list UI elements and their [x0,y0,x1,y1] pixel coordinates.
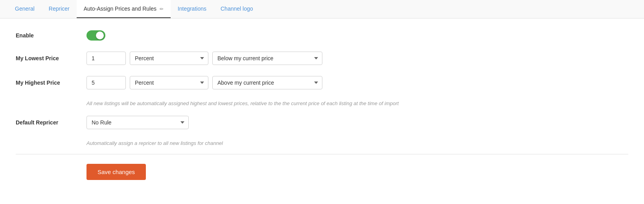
lowest-price-label: My Lowest Price [16,55,86,61]
enable-controls [86,30,105,41]
content-area: Enable My Lowest Price Percent Fixed [0,19,644,192]
enable-toggle[interactable] [86,30,105,41]
highest-price-hint: All new listings will be automatically a… [86,100,628,106]
lowest-price-row: My Lowest Price Percent Fixed Below my c… [16,52,628,65]
tab-integrations[interactable]: Integrations [171,0,213,18]
default-repricer-hint: Automatically assign a repricer to all n… [86,140,628,146]
tab-repricer[interactable]: Repricer [42,0,77,18]
highest-price-controls: Percent Fixed Above my current price Bel… [86,76,322,89]
tab-channel-logo[interactable]: Channel logo [213,0,260,18]
default-repricer-controls: No Rule [86,116,189,129]
lowest-price-section: My Lowest Price Percent Fixed Below my c… [16,52,628,65]
highest-price-input[interactable] [86,76,126,89]
lowest-price-type-select[interactable]: Percent Fixed [130,52,208,65]
default-repricer-section: Default Repricer No Rule Automatically a… [16,116,628,146]
tab-auto-assign[interactable]: Auto-Assign Prices and Rules ✏ [77,0,171,18]
page-container: General Repricer Auto-Assign Prices and … [0,0,644,204]
toggle-slider [86,30,105,41]
enable-row: Enable [16,30,628,41]
lowest-price-input[interactable] [86,52,126,65]
highest-price-section: My Highest Price Percent Fixed Above my … [16,76,628,106]
highest-price-label: My Highest Price [16,80,86,86]
lowest-price-controls: Percent Fixed Below my current price Abo… [86,52,322,65]
edit-icon: ✏ [160,6,164,12]
tab-general[interactable]: General [8,0,42,18]
tabs-bar: General Repricer Auto-Assign Prices and … [0,0,644,19]
lowest-price-relation-select[interactable]: Below my current price Above my current … [212,52,322,65]
default-repricer-select[interactable]: No Rule [86,116,189,129]
enable-label: Enable [16,32,86,39]
divider [16,154,628,154]
highest-price-relation-select[interactable]: Above my current price Below my current … [212,76,322,89]
save-button[interactable]: Save changes [86,164,146,180]
default-repricer-row: Default Repricer No Rule [16,116,628,129]
default-repricer-label: Default Repricer [16,119,86,126]
highest-price-row: My Highest Price Percent Fixed Above my … [16,76,628,89]
highest-price-type-select[interactable]: Percent Fixed [130,76,208,89]
